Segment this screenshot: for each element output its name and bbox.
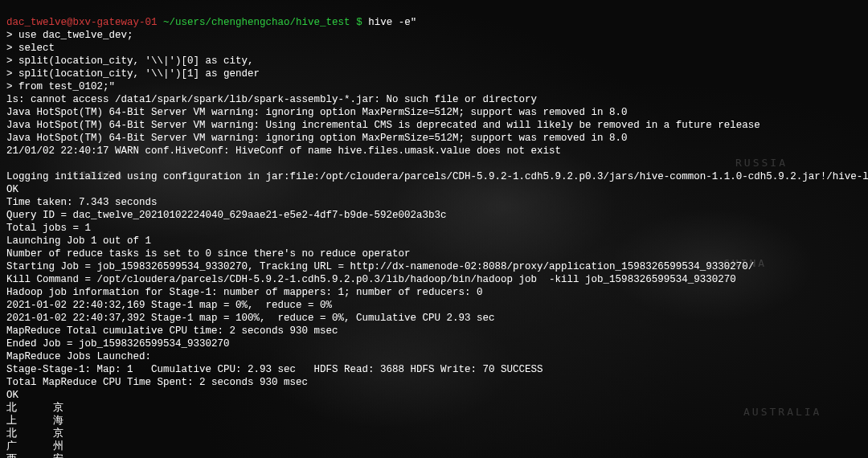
terminal-output[interactable]: dac_twelve@bxv-gateway-01 ~/users/chengh…: [0, 0, 868, 458]
cell-city: 北: [6, 427, 29, 440]
output-line: 21/01/02 22:40:17 WARN conf.HiveConf: Hi…: [6, 145, 561, 157]
prompt-path: ~/users/chenghengchao/hive_test: [163, 17, 350, 28]
result-row: 西 安: [6, 454, 75, 458]
input-line: > use dac_twelve_dev;: [6, 30, 133, 41]
cell-city: 西: [6, 453, 29, 458]
result-row: 广 州: [6, 441, 75, 452]
output-line: Kill Command = /opt/cloudera/parcels/CDH…: [6, 274, 736, 285]
cell-gender: 州: [53, 440, 76, 453]
output-line: MapReduce Jobs Launched:: [6, 351, 151, 362]
output-line: Java HotSpot(TM) 64-Bit Server VM warnin…: [6, 120, 760, 131]
cell-city: 上: [6, 415, 29, 427]
result-row: 北 京: [6, 403, 75, 414]
cell-gender: 海: [53, 415, 76, 427]
input-line: > select: [6, 43, 55, 54]
output-line: Query ID = dac_twelve_20210102224040_629…: [6, 210, 447, 221]
prompt-at: @: [67, 17, 73, 28]
input-line: > split(location_city, '\\|')[1] as gend…: [6, 68, 260, 80]
output-line: Time taken: 7.343 seconds: [6, 197, 158, 208]
input-line: > split(location_city, '\\|')[0] as city…: [6, 55, 254, 67]
cell-gender: 京: [53, 427, 76, 440]
output-line: Starting Job = job_1598326599534_9330270…: [6, 261, 754, 272]
output-line: Java HotSpot(TM) 64-Bit Server VM warnin…: [6, 133, 628, 144]
output-line: Number of reduce tasks is set to 0 since…: [6, 248, 411, 260]
output-line: Java HotSpot(TM) 64-Bit Server VM warnin…: [6, 107, 628, 118]
result-row: 北 京: [6, 428, 75, 440]
cell-gender: 京: [53, 402, 76, 415]
output-line: ls: cannot access /data1/spark/spark/lib…: [6, 94, 537, 105]
cell-gender: 安: [53, 453, 76, 458]
output-line: Logging initialized using configuration …: [6, 171, 868, 182]
prompt-host: bxv-gateway-01: [73, 17, 158, 28]
result-row: 上 海: [6, 415, 75, 427]
output-line: 2021-01-02 22:40:37,392 Stage-1 map = 10…: [6, 313, 495, 324]
output-line: Launching Job 1 out of 1: [6, 235, 151, 247]
output-line: Hadoop job information for Stage-1: numb…: [6, 287, 483, 298]
input-line: > from test_0102;": [6, 81, 115, 92]
output-line: Total jobs = 1: [6, 223, 91, 234]
output-line: 2021-01-02 22:40:32,169 Stage-1 map = 0%…: [6, 300, 332, 311]
output-line: Total MapReduce CPU Time Spent: 2 second…: [6, 377, 308, 388]
command-text: hive -e": [368, 17, 416, 28]
output-line: Ended Job = job_1598326599534_9330270: [6, 338, 230, 350]
prompt-line: dac_twelve@bxv-gateway-01 ~/users/chengh…: [6, 17, 416, 28]
cell-city: 北: [6, 402, 29, 415]
output-line: OK: [6, 390, 18, 401]
prompt-dollar: $: [356, 17, 362, 28]
cell-city: 广: [6, 440, 29, 453]
output-line: Stage-Stage-1: Map: 1 Cumulative CPU: 2.…: [6, 364, 543, 375]
output-line: MapReduce Total cumulative CPU time: 2 s…: [6, 325, 338, 337]
output-line: OK: [6, 184, 18, 195]
prompt-user: dac_twelve: [6, 17, 67, 28]
